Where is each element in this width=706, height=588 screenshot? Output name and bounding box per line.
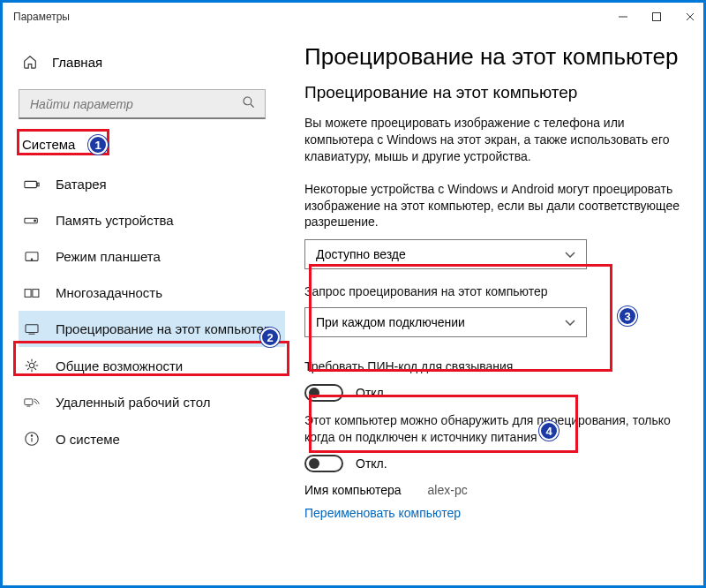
- description-1: Вы можете проецировать изображение с тел…: [304, 115, 682, 165]
- category-system[interactable]: Система: [19, 132, 84, 157]
- sidebar-item-remote-desktop[interactable]: Удаленный рабочий стол: [19, 384, 285, 420]
- pin-toggle[interactable]: [304, 384, 343, 402]
- pc-name-value: alex-pc: [428, 483, 468, 497]
- ask-projection-select-value: При каждом подключении: [316, 315, 465, 329]
- sidebar-item-about[interactable]: О системе: [19, 420, 285, 457]
- description-2: Некоторые устройства с Windows и Android…: [304, 181, 682, 231]
- sidebar-item-tablet[interactable]: Режим планшета: [19, 238, 285, 275]
- pc-name-label: Имя компьютера: [304, 483, 402, 497]
- close-button[interactable]: [684, 11, 696, 23]
- sidebar-item-label: О системе: [56, 432, 120, 447]
- power-toggle[interactable]: [304, 455, 343, 472]
- sidebar-item-label: Режим планшета: [56, 249, 161, 264]
- tablet-icon: [24, 251, 40, 263]
- home-label: Главная: [52, 55, 102, 70]
- svg-point-9: [34, 220, 36, 222]
- svg-rect-7: [37, 183, 39, 186]
- svg-line-21: [34, 368, 36, 370]
- info-icon: [24, 431, 40, 447]
- svg-point-4: [244, 97, 252, 105]
- maximize-button[interactable]: [650, 11, 663, 23]
- ask-projection-select[interactable]: При каждом подключении: [304, 307, 587, 337]
- svg-rect-1: [653, 13, 661, 21]
- window-controls: [617, 11, 696, 23]
- power-toggle-state: Откл.: [356, 456, 387, 471]
- battery-icon: [24, 179, 40, 190]
- svg-line-5: [251, 104, 254, 108]
- titlebar: Параметры: [3, 3, 703, 31]
- svg-point-27: [31, 435, 32, 436]
- svg-rect-13: [33, 289, 39, 297]
- minimize-button[interactable]: [617, 11, 629, 23]
- svg-point-11: [31, 258, 32, 259]
- category-label: Система: [22, 137, 75, 152]
- home-link[interactable]: Главная: [19, 47, 285, 77]
- sidebar-item-label: Проецирование на этот компьютер: [56, 321, 271, 336]
- chevron-down-icon: [565, 249, 575, 260]
- multitasking-icon: [24, 287, 40, 299]
- sidebar-item-label: Память устройства: [56, 213, 174, 228]
- sidebar-item-label: Батарея: [56, 177, 107, 192]
- sidebar-item-multitasking[interactable]: Многозадачность: [19, 275, 285, 311]
- svg-line-22: [27, 368, 29, 370]
- window-title: Параметры: [13, 11, 70, 23]
- home-icon: [22, 54, 38, 70]
- sidebar-item-label: Общие возможности: [56, 358, 183, 373]
- svg-rect-14: [26, 324, 38, 332]
- svg-rect-12: [25, 289, 31, 297]
- search-icon: [242, 95, 256, 112]
- sidebar-item-battery[interactable]: Батарея: [19, 166, 285, 202]
- main-content: Проецирование на этот компьютер Проециро…: [294, 31, 703, 585]
- sidebar-item-label: Удаленный рабочий стол: [56, 395, 210, 410]
- svg-line-23: [34, 361, 36, 363]
- svg-rect-24: [25, 398, 33, 404]
- search-input-container[interactable]: [19, 89, 266, 119]
- pin-toggle-state: Откл.: [356, 386, 387, 400]
- ask-projection-label: Запрос проецирования на этот компьютер: [304, 283, 682, 300]
- svg-rect-6: [25, 181, 37, 187]
- remote-desktop-icon: [24, 396, 40, 409]
- section-title: Проецирование на этот компьютер: [304, 83, 682, 102]
- rename-pc-link[interactable]: Переименовать компьютер: [304, 506, 461, 520]
- search-input[interactable]: [28, 96, 242, 112]
- svg-point-15: [29, 363, 34, 367]
- availability-select[interactable]: Доступно везде: [304, 239, 587, 269]
- page-title: Проецирование на этот компьютер: [304, 43, 682, 71]
- sidebar-item-storage[interactable]: Память устройства: [19, 202, 285, 238]
- sidebar: Главная Система Батарея: [3, 31, 294, 585]
- storage-icon: [24, 215, 40, 227]
- shared-experiences-icon: [24, 358, 40, 373]
- pin-label: Требовать ПИН-код для связывания: [304, 358, 682, 375]
- power-description: Этот компьютер можно обнаружить для прое…: [304, 412, 682, 446]
- projecting-icon: [24, 323, 40, 335]
- svg-line-20: [27, 361, 29, 363]
- availability-select-value: Доступно везде: [316, 247, 406, 261]
- nav-list: Батарея Память устройства Режим планшета: [19, 166, 285, 457]
- sidebar-item-projecting[interactable]: Проецирование на этот компьютер: [19, 311, 285, 347]
- sidebar-item-label: Многозадачность: [56, 285, 162, 300]
- sidebar-item-shared[interactable]: Общие возможности: [19, 347, 285, 384]
- chevron-down-icon: [565, 317, 575, 328]
